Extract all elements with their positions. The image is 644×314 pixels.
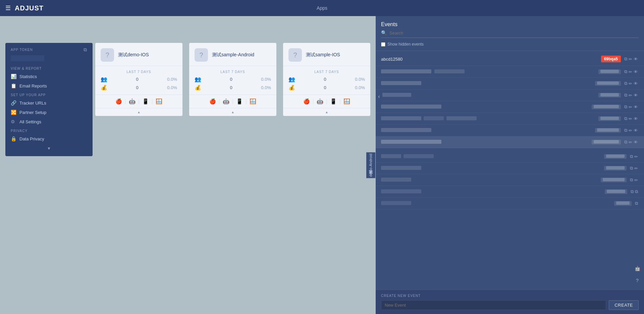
windows-icon-3[interactable]: 🪟 (343, 98, 350, 105)
create-event-button[interactable]: CREATE (609, 300, 639, 310)
event-edit-5[interactable]: ✏ (628, 116, 633, 122)
installs-pct-2: 0.0% (261, 77, 271, 82)
sidebar-item-email-reports[interactable]: 📋 Email Reports (5, 81, 93, 90)
event-hide-btn-main[interactable]: 👁 (633, 56, 639, 62)
event-copy-btn-main[interactable]: ⧉ (624, 56, 628, 62)
help-side-icon[interactable]: ? (632, 275, 643, 286)
event-edit-6[interactable]: ✏ (628, 127, 633, 134)
event-copy-11[interactable]: ⧉ (630, 188, 634, 195)
new-event-input[interactable] (381, 300, 606, 310)
app-dropdown-panel: APP TOKEN ⧉ VIEW & REPORT 📊 Statistics 📋… (5, 43, 93, 156)
sidebar-item-partner-setup[interactable]: 🔀 Partner Setup (5, 108, 93, 117)
event-edit-2[interactable]: ✏ (628, 80, 633, 87)
event-name-5 (381, 116, 598, 121)
event-edit-9[interactable]: ✏ (634, 165, 639, 172)
event-edit-btn-main[interactable]: ✏ (628, 56, 633, 62)
event-hide-5[interactable]: 👁 (633, 116, 639, 122)
event-copy-1[interactable]: ⧉ (624, 68, 628, 75)
app-card-sample-ios: ? 测试sample-IOS LAST 7 DAYS 👥 0 0.0% 💰 0 … (283, 43, 370, 116)
event-copy-10[interactable]: ⧉ (629, 177, 634, 183)
event-edit-8[interactable]: ✏ (634, 153, 639, 160)
event-hide-4[interactable]: 👁 (633, 104, 639, 110)
event-row-2: ⧉ ✏ 👁 (376, 78, 644, 89)
copy-icon[interactable]: ⧉ (84, 47, 87, 53)
show-hidden-checkbox[interactable] (381, 42, 385, 47)
ios-icon-3[interactable]: 🍎 (303, 98, 310, 105)
windows-icon-2[interactable]: 🪟 (250, 98, 256, 105)
tablet-icon-2[interactable]: 📱 (236, 98, 243, 105)
events-list: abcd12580 69bqa5 ⧉ ✏ 👁 ⧉ ✏ 👁 (376, 51, 644, 290)
event-token-4 (592, 105, 621, 109)
event-edit-4[interactable]: ✏ (628, 104, 633, 110)
privacy-label: PRIVACY (5, 126, 93, 134)
tablet-icon-1[interactable]: 📱 (142, 98, 149, 105)
event-edit-11[interactable]: ⧉ (634, 188, 639, 195)
dropdown-collapse-arrow[interactable]: ▼ (5, 143, 93, 153)
tablet-icon-3[interactable]: 📱 (330, 98, 337, 105)
event-row-1: ⧉ ✏ 👁 (376, 66, 644, 78)
event-row-main: abcd12580 69bqa5 ⧉ ✏ 👁 (376, 52, 644, 66)
event-copy-8[interactable]: ⧉ (629, 153, 634, 160)
ios-icon-2[interactable]: 🍎 (209, 98, 216, 105)
event-token-7 (592, 140, 621, 144)
event-name-1 (381, 69, 598, 74)
sidebar-item-tracker-urls[interactable]: 🔗 Tracker URLs (5, 98, 93, 108)
panel-collapse-arrow[interactable]: ‹ (376, 90, 382, 103)
installs-pct-3: 0.0% (355, 77, 365, 82)
card-expand-3[interactable]: ▲ (283, 108, 370, 116)
events-header: Events 🔍 Show hidden events (376, 16, 644, 51)
event-edit-7[interactable]: ✏ (628, 139, 633, 145)
event-row-8: ⧉ ✏ (376, 151, 644, 163)
app-stats-1: LAST 7 DAYS 👥 0 0.0% 💰 0 0.0% (95, 66, 182, 95)
event-hide-2[interactable]: 👁 (633, 80, 639, 87)
card-expand-1[interactable]: ▲ (95, 108, 182, 116)
event-token-3 (598, 93, 621, 98)
event-copy-5[interactable]: ⧉ (624, 115, 628, 122)
content-area: APP TOKEN ⧉ VIEW & REPORT 📊 Statistics 📋… (0, 16, 376, 314)
event-copy-6[interactable]: ⧉ (624, 127, 628, 134)
sidebar-item-all-settings[interactable]: ⚙ All Settings (5, 117, 93, 126)
event-hide-7[interactable]: 👁 (633, 139, 639, 145)
event-edit-10[interactable]: ✏ (634, 177, 639, 183)
event-copy-3[interactable]: ⧉ (624, 92, 628, 99)
android-icon-2[interactable]: 🤖 (223, 98, 229, 105)
stats-revenue-row-3: 💰 0 0.0% (288, 83, 365, 92)
android-side-icon[interactable]: 🤖 (632, 263, 643, 274)
ios-icon-1[interactable]: 🍎 (115, 98, 122, 105)
sidebar-item-statistics[interactable]: 📊 Statistics (5, 72, 93, 81)
menu-icon[interactable]: ☰ (5, 4, 11, 12)
event-name-main: abcd12580 (381, 57, 601, 62)
apps-grid: ? 测试demo-IOS LAST 7 DAYS 👥 0 0.0% 💰 0 0.… (95, 43, 370, 116)
android-icon-3[interactable]: 🤖 (317, 98, 323, 105)
android-icon-1[interactable]: 🤖 (129, 98, 136, 105)
stats-revenue-row-2: 💰 0 0.0% (195, 83, 271, 92)
sidebar-item-data-privacy[interactable]: 🔒 Data Privacy (5, 134, 93, 143)
event-hide-3[interactable]: 👁 (633, 92, 639, 99)
windows-icon-1[interactable]: 🪟 (156, 98, 162, 105)
revenue-pct-3: 0.0% (355, 85, 365, 90)
event-copy-4[interactable]: ⧉ (624, 104, 628, 110)
installs-icon-3: 👥 (288, 76, 295, 82)
card-expand-2[interactable]: ▲ (189, 108, 276, 116)
search-input[interactable] (389, 30, 639, 36)
page-title: Apps (317, 5, 327, 11)
event-copy-9[interactable]: ⧉ (629, 165, 634, 172)
revenue-value-3: 0 (295, 85, 355, 90)
event-edit-1[interactable]: ✏ (628, 69, 633, 75)
event-copy-2[interactable]: ⧉ (624, 80, 628, 87)
stats-installs-row-1: 👥 0 0.0% (101, 75, 177, 83)
events-search-bar[interactable]: 🔍 (381, 30, 639, 38)
event-hide-6[interactable]: 👁 (633, 127, 639, 134)
app-stats-3: LAST 7 DAYS 👥 0 0.0% 💰 0 0.0% (283, 66, 370, 95)
event-token-main: 69bqa5 (601, 56, 621, 62)
show-hidden-label: Show hidden events (387, 42, 424, 47)
app-name-3: 测试sample-IOS (306, 52, 340, 58)
revenue-pct-2: 0.0% (261, 85, 271, 90)
side-icons: 🤖 ? (631, 262, 644, 287)
vertical-app-label: 测试demo-Android (366, 152, 375, 178)
event-hide-1[interactable]: 👁 (633, 69, 639, 75)
event-copy-12[interactable]: ⧉ (634, 200, 639, 207)
app-icon-1: ? (101, 48, 114, 62)
event-copy-7[interactable]: ⧉ (624, 139, 628, 145)
event-edit-3[interactable]: ✏ (628, 92, 633, 99)
